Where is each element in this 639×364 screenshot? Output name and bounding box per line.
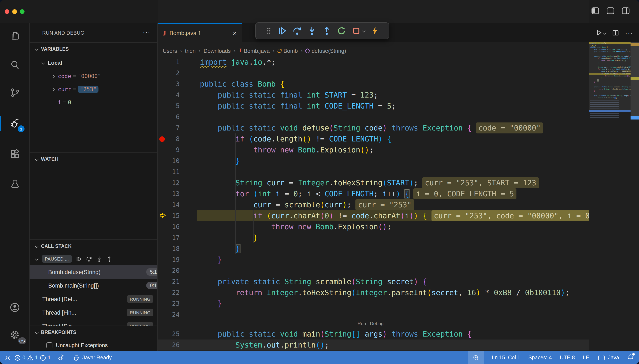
call-stack-header[interactable]: CALL STACK <box>30 240 157 252</box>
editor-more-actions-button[interactable]: ··· <box>625 29 633 36</box>
code-line-25[interactable]: 25 public static void main(String[] args… <box>158 328 589 340</box>
stop-button[interactable] <box>352 26 365 36</box>
code-line-24[interactable]: 24 <box>158 309 589 320</box>
cursor-position[interactable]: Ln 15, Col 1 <box>492 355 520 360</box>
code-line-16[interactable]: 16 throw new Bomb.Explosion(); <box>158 221 589 232</box>
beaker-icon <box>10 178 20 189</box>
minimize-window-button[interactable] <box>12 9 17 14</box>
code-line-21[interactable]: 21 private static String scramble(String… <box>158 276 589 287</box>
minimap-line: return Integer.toHexString(Integer.parse… <box>590 88 630 90</box>
sidebar-item-explorer[interactable] <box>0 26 30 45</box>
code-line-2[interactable]: 2 <box>158 68 589 78</box>
breakpoint-row[interactable]: Uncaught Exceptions <box>30 339 157 351</box>
code-line-17[interactable]: 17 } <box>158 232 589 243</box>
breadcrumb-label: Users <box>163 48 177 54</box>
step-into-button[interactable] <box>307 26 316 36</box>
variables-scope-local[interactable]: Local <box>30 56 157 69</box>
close-tab-icon[interactable]: × <box>233 29 237 37</box>
breadcrumb-item[interactable]: trien <box>185 48 196 54</box>
notifications-button[interactable] <box>627 354 634 362</box>
code-line-9[interactable]: 9 throw new Bomb.Explosion(); <box>158 144 589 156</box>
code-line-10[interactable]: 10 } <box>158 156 589 166</box>
thread-row[interactable]: Thread [Sig...RUNNING <box>30 319 157 326</box>
code-line-26[interactable]: 26 System.out.println(); <box>158 340 589 350</box>
continue-icon[interactable] <box>76 256 82 262</box>
variable-row[interactable]: i=0 <box>30 96 157 109</box>
indentation[interactable]: Spaces: 4 <box>528 355 552 360</box>
code-line-22[interactable]: 22 return Integer.toHexString(Integer.pa… <box>158 287 589 298</box>
views-more-actions-button[interactable]: ··· <box>143 28 150 36</box>
breadcrumb-item[interactable]: defuse(String) <box>306 48 346 54</box>
hot-code-replace-button[interactable] <box>371 26 379 36</box>
sidebar-item-testing[interactable] <box>0 174 30 193</box>
language-mode[interactable]: { } Java <box>597 355 619 360</box>
thread-row[interactable]: Thread [Fin...RUNNING <box>30 306 157 319</box>
breadcrumb-item[interactable]: Bomb <box>277 48 298 54</box>
step-into-icon[interactable] <box>96 256 102 262</box>
watch-header[interactable]: WATCH <box>30 153 157 166</box>
code-line-23[interactable]: 23 } <box>158 298 589 309</box>
sidebar-item-search[interactable] <box>0 55 30 74</box>
stack-frame-row[interactable]: Bomb.defuse(String)5:1 <box>30 265 157 279</box>
code-line-11[interactable]: 11 <box>158 166 589 177</box>
code-line-20[interactable]: 20 <box>158 265 589 276</box>
zoom-indicator[interactable] <box>468 351 484 364</box>
code-line-3[interactable]: 3public class Bomb { <box>158 78 589 90</box>
breakpoints-header[interactable]: BREAKPOINTS <box>30 326 157 339</box>
code-line-12[interactable]: 12 String curr = Integer.toHexString(STA… <box>158 177 589 188</box>
drag-handle-icon[interactable] <box>265 26 272 35</box>
code-line-4[interactable]: 4 public static final int START = 123; <box>158 90 589 100</box>
code-text: throw new Bomb.Explosion(); <box>200 221 391 232</box>
debug-status-icon[interactable] <box>58 354 65 361</box>
run-java-button[interactable] <box>596 30 606 36</box>
variables-header[interactable]: VARIABLES <box>30 43 157 55</box>
remote-indicator-icon[interactable] <box>4 354 11 361</box>
toggle-primary-sidebar-icon[interactable] <box>591 7 599 15</box>
restart-button[interactable] <box>337 26 346 36</box>
thread-row[interactable]: PAUSED ... <box>30 252 157 265</box>
scrollbar-thumb[interactable] <box>630 42 639 118</box>
sidebar-item-run-and-debug[interactable]: 1 <box>0 114 30 133</box>
zoom-window-button[interactable] <box>20 9 25 14</box>
breadcrumb-item[interactable]: Users <box>163 48 177 54</box>
code-line-14[interactable]: 14 curr = scramble(curr);curr = "253" <box>158 199 589 210</box>
equals-sign: = <box>61 99 68 106</box>
accounts-button[interactable] <box>0 298 30 317</box>
encoding[interactable]: UTF-8 <box>560 355 575 360</box>
code-line-13[interactable]: 13 for (int i = 0; i < CODE_LENGTH; i++)… <box>158 188 589 199</box>
sidebar-item-source-control[interactable] <box>0 83 30 102</box>
code-line-15[interactable]: 15 if (curr.charAt(0) != code.charAt(i))… <box>158 210 589 221</box>
sidebar-item-extensions[interactable] <box>0 145 30 164</box>
minimap[interactable]: import java.io.*;public class Bomb { pub… <box>589 42 630 351</box>
code-line-7[interactable]: 7 public static void defuse(String code)… <box>158 122 589 134</box>
settings-button[interactable]: CS <box>0 326 30 344</box>
thread-row[interactable]: Thread [Ref...RUNNING <box>30 292 157 306</box>
step-over-button[interactable] <box>292 26 302 36</box>
toggle-panel-icon[interactable] <box>606 7 614 15</box>
step-out-icon[interactable] <box>106 256 112 262</box>
breadcrumb-item[interactable]: JBomb.java <box>239 47 270 54</box>
stack-frame-row[interactable]: Bomb.main(String[])0:1 <box>30 279 157 292</box>
tab-bomb-java[interactable]: J Bomb.java 1 × <box>158 23 242 42</box>
step-over-icon[interactable] <box>86 256 92 262</box>
toggle-secondary-sidebar-icon[interactable] <box>622 7 630 15</box>
scrollbar[interactable] <box>630 42 639 351</box>
eol-sequence[interactable]: LF <box>583 355 589 360</box>
code-line-5[interactable]: 5 public static final int CODE_LENGTH = … <box>158 100 589 112</box>
breadcrumb-item[interactable]: Downloads <box>203 48 231 54</box>
java-status[interactable]: Java: Ready <box>73 354 112 361</box>
code-line-19[interactable]: 19 } <box>158 254 589 265</box>
split-editor-icon[interactable] <box>612 30 619 36</box>
close-window-button[interactable] <box>5 9 9 14</box>
variable-row[interactable]: curr="253" <box>30 83 157 96</box>
problems-indicator[interactable]: 0 1 1 <box>14 354 51 361</box>
step-out-button[interactable] <box>322 26 331 36</box>
continue-button[interactable] <box>278 26 287 36</box>
code-line-18[interactable]: 18 } <box>158 243 589 254</box>
breakpoint-checkbox[interactable] <box>47 342 52 348</box>
variable-row[interactable]: code="00000" <box>30 70 157 83</box>
code-line-8[interactable]: 8 if (code.length() != CODE_LENGTH) { <box>158 134 589 144</box>
codelens-run-debug[interactable]: Run | Debug <box>358 321 384 326</box>
code-line-6[interactable]: 6 <box>158 112 589 122</box>
indent-guide <box>235 134 236 254</box>
